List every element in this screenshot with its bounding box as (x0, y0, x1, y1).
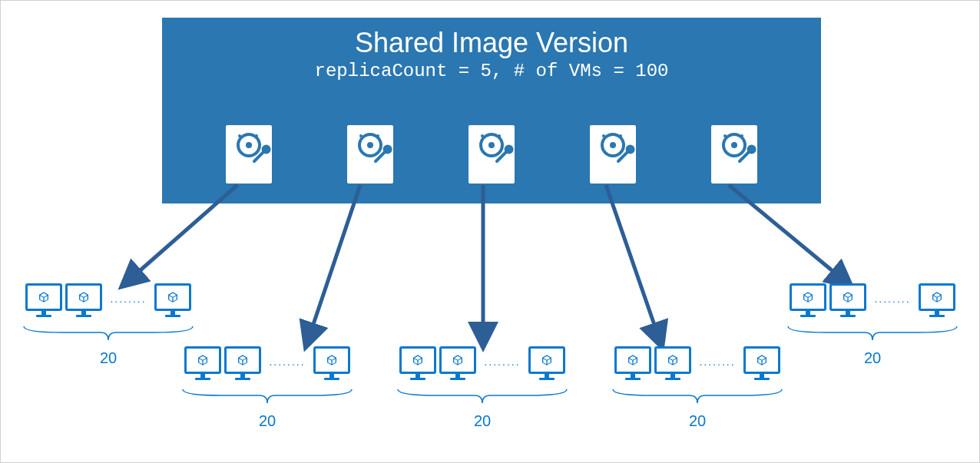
disk-icon (226, 125, 272, 184)
vm-icon (614, 346, 651, 383)
vm-count-label: 20 (386, 412, 578, 430)
vm-row: ........ (171, 346, 363, 383)
vm-row: ........ (12, 283, 204, 320)
brace-icon (390, 388, 574, 406)
vm-icon (790, 283, 826, 320)
vm-count-label: 20 (601, 412, 793, 430)
vm-row: ........ (601, 346, 793, 383)
vm-group: ........ 20 (601, 346, 793, 430)
ellipsis-icon: ........ (264, 356, 310, 368)
disk-icon (590, 125, 636, 184)
vm-icon (184, 346, 221, 383)
diagram-canvas: Shared Image Version replicaCount = 5, #… (0, 0, 980, 463)
vm-icon (654, 346, 691, 383)
vm-icon (313, 346, 350, 383)
vm-icon (65, 283, 102, 320)
vm-icon (224, 346, 261, 383)
disk-icon (468, 125, 515, 184)
vm-count-label: 20 (171, 412, 363, 430)
ellipsis-icon: ........ (869, 293, 915, 305)
vm-row: ........ (386, 346, 578, 383)
vm-group: ........ 20 (171, 346, 363, 430)
ellipsis-icon: ........ (105, 293, 151, 305)
vm-icon (439, 346, 476, 383)
svg-line-2 (306, 185, 360, 345)
vm-icon (829, 283, 866, 320)
vm-row: ........ (776, 283, 968, 320)
header-subtitle: replicaCount = 5, # of VMs = 100 (162, 61, 821, 81)
brace-icon (16, 325, 200, 343)
vm-icon (919, 283, 955, 320)
shared-image-version-box: Shared Image Version replicaCount = 5, #… (162, 18, 821, 203)
vm-icon (743, 346, 780, 383)
svg-line-4 (606, 185, 661, 345)
vm-icon (154, 283, 191, 320)
vm-count-label: 20 (776, 349, 968, 367)
ellipsis-icon: ........ (694, 356, 740, 368)
disk-icon (711, 125, 757, 184)
vm-icon (528, 346, 565, 383)
replica-disk-row (162, 125, 821, 184)
vm-icon (25, 283, 62, 320)
brace-icon (605, 388, 790, 406)
vm-icon (399, 346, 436, 383)
ellipsis-icon: ........ (479, 356, 525, 368)
vm-group: ........ 20 (776, 283, 968, 367)
disk-icon (347, 125, 393, 184)
brace-icon (780, 325, 965, 343)
brace-icon (175, 388, 359, 406)
header-title: Shared Image Version (162, 27, 821, 59)
vm-group: ........ 20 (386, 346, 578, 430)
